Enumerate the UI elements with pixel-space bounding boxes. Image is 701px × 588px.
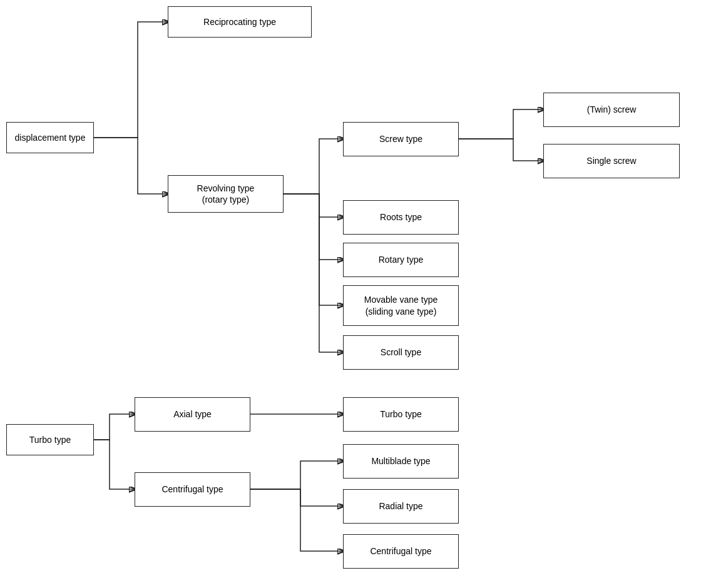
box-scroll-type: Scroll type [343,335,459,370]
box-roots-type: Roots type [343,200,459,235]
box-rotary-type: Rotary type [343,243,459,277]
box-turbo-type2: Turbo type [343,397,459,432]
box-multiblade-type: Multiblade type [343,444,459,479]
box-centrifugal-type2: Centrifugal type [343,534,459,569]
box-displacement-type: displacement type [6,122,94,153]
box-single-screw: Single screw [543,144,680,178]
box-twin-screw: (Twin) screw [543,93,680,127]
box-movable-vane-type: Movable vane type(sliding vane type) [343,285,459,326]
box-radial-type: Radial type [343,489,459,524]
box-turbo-type: Turbo type [6,424,94,455]
box-reciprocating-type: Reciprocating type [168,6,312,38]
box-axial-type: Axial type [135,397,250,432]
box-screw-type: Screw type [343,122,459,156]
box-revolving-type: Revolving type(rotary type) [168,175,284,213]
diagram: displacement type Reciprocating type Rev… [0,0,701,588]
box-centrifugal-type: Centrifugal type [135,472,250,507]
